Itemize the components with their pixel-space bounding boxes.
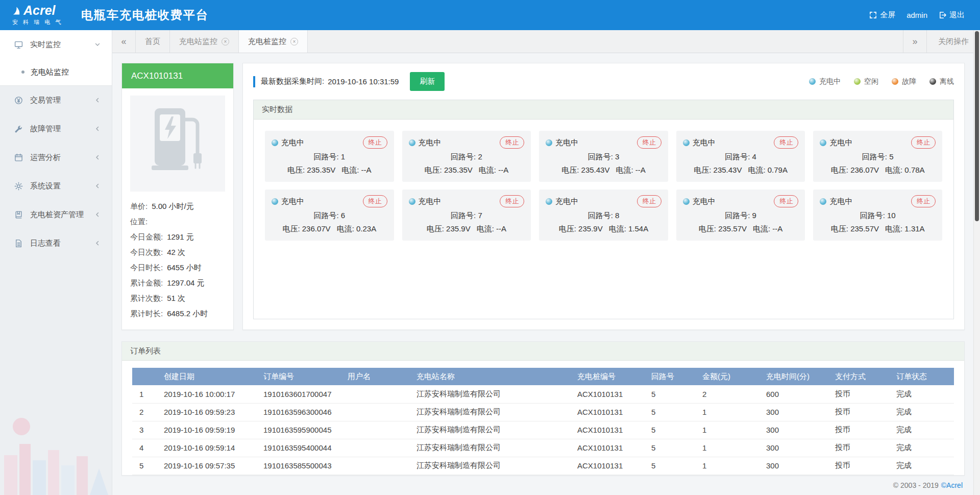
status-dot-icon xyxy=(929,78,936,85)
menu-label: 运营分析 xyxy=(30,153,94,162)
stop-button[interactable]: 终止 xyxy=(363,136,387,149)
copyright-text: © 2003 - 2019 xyxy=(893,481,939,489)
sidebar-menu: 实时监控充电站监控交易管理故障管理运营分析系统设置充电桩资产管理日志查看 xyxy=(0,30,112,257)
stat-value: 6485.2 小时 xyxy=(167,306,208,321)
table-row[interactable]: 42019-10-16 09:59:141910163595400044江苏安科… xyxy=(132,439,954,457)
logout-button[interactable]: 退出 xyxy=(939,10,965,20)
chevron-left-icon xyxy=(94,126,101,132)
cell xyxy=(340,439,409,457)
channel-values: 电压: 235.9V电流: 1.54A xyxy=(546,224,662,234)
column-header-5: 充电桩编号 xyxy=(570,368,644,385)
status-dot-icon xyxy=(546,198,552,205)
channel-current: 电流: --A xyxy=(479,166,508,174)
channel-status: 充电中 xyxy=(272,197,304,206)
stop-button[interactable]: 终止 xyxy=(774,195,798,207)
channel-current: 电流: --A xyxy=(341,166,371,174)
legend-item: 故障 xyxy=(892,77,916,86)
footer: © 2003 - 2019 ©Acrel xyxy=(121,476,965,495)
channel-status-label: 充电中 xyxy=(281,138,304,148)
cell: 完成 xyxy=(889,403,954,421)
stat-label: 今日次数: xyxy=(130,245,163,260)
close-operations-button[interactable]: 关闭操作 xyxy=(926,30,980,53)
sidebar-item-6[interactable]: 充电桩资产管理 xyxy=(0,200,112,229)
brand-subtitle: 安 科 瑞 电 气 xyxy=(12,18,63,26)
stop-button[interactable]: 终止 xyxy=(637,136,662,149)
refresh-button[interactable]: 刷新 xyxy=(410,72,445,91)
status-dot-icon xyxy=(809,78,816,85)
table-row[interactable]: 12019-10-16 10:00:171910163601700047江苏安科… xyxy=(132,385,954,403)
channel-grid: 充电中终止回路号: 1电压: 235.35V电流: --A充电中终止回路号: 2… xyxy=(254,120,953,252)
sidebar-item-4[interactable]: 运营分析 xyxy=(0,143,112,172)
tab-label: 充电桩监控 xyxy=(248,37,286,46)
channel-card-5: 充电中终止回路号: 5电压: 236.07V电流: 0.78A xyxy=(813,131,942,182)
stat-row: 累计金额:1297.04 元 xyxy=(130,275,225,291)
channel-card-4: 充电中终止回路号: 4电压: 235.43V电流: 0.79A xyxy=(676,131,805,182)
stop-button[interactable]: 终止 xyxy=(637,195,662,207)
channel-circuit: 回路号: 4 xyxy=(683,152,799,162)
tabs-scroll-right-button[interactable]: » xyxy=(903,30,926,53)
channel-status-label: 充电中 xyxy=(693,197,716,206)
stat-row: 累计次数:51 次 xyxy=(130,291,225,306)
channel-voltage: 电压: 235.57V xyxy=(699,224,747,233)
footer-brand-link[interactable]: ©Acrel xyxy=(941,481,963,489)
stat-value: 6455 小时 xyxy=(167,260,202,275)
stat-value: 1297.04 元 xyxy=(167,275,204,291)
table-row[interactable]: 22019-10-16 09:59:231910163596300046江苏安科… xyxy=(132,403,954,421)
table-row[interactable]: 32019-10-16 09:59:191910163595900045江苏安科… xyxy=(132,421,954,439)
sidebar-item-7[interactable]: 日志查看 xyxy=(0,229,112,257)
channel-header: 充电中终止 xyxy=(683,136,799,149)
settings-icon xyxy=(14,181,23,191)
legend-label: 充电中 xyxy=(819,77,841,86)
legend-item: 离线 xyxy=(929,77,954,86)
channel-circuit: 回路号: 6 xyxy=(272,211,387,221)
submenu: 充电站监控 xyxy=(0,59,112,86)
cell: 投币 xyxy=(828,385,889,403)
stop-button[interactable]: 终止 xyxy=(774,136,798,149)
channel-voltage: 电压: 235.57V xyxy=(831,224,879,233)
cell: 2019-10-16 10:00:17 xyxy=(157,385,256,403)
channel-current: 电流: --A xyxy=(753,224,782,233)
sidebar-item-5[interactable]: 系统设置 xyxy=(0,172,112,200)
vertical-scrollbar[interactable] xyxy=(973,30,980,495)
stop-button[interactable]: 终止 xyxy=(500,195,524,207)
channel-values: 电压: 236.07V电流: 0.23A xyxy=(272,224,387,234)
channel-values: 电压: 235.35V电流: --A xyxy=(409,166,525,175)
tab-close-icon[interactable]: × xyxy=(222,38,229,45)
chevron-left-icon xyxy=(94,154,101,160)
tab-1[interactable]: 首页 xyxy=(136,30,170,53)
channel-header: 充电中终止 xyxy=(409,136,525,149)
tab-2[interactable]: 充电站监控× xyxy=(170,30,239,53)
table-row[interactable]: 52019-10-16 09:57:351910163585500043江苏安科… xyxy=(132,457,954,475)
channel-status: 充电中 xyxy=(546,138,578,148)
sidebar-subitem[interactable]: 充电站监控 xyxy=(0,59,112,85)
channel-header: 充电中终止 xyxy=(546,195,662,207)
fullscreen-button[interactable]: 全屏 xyxy=(869,10,895,20)
scrollbar-thumb[interactable] xyxy=(975,31,979,221)
fullscreen-label: 全屏 xyxy=(880,10,895,20)
channel-current: 电流: --A xyxy=(477,224,506,233)
cell: 江苏安科瑞制造有限公司 xyxy=(409,439,570,457)
stat-value: 51 次 xyxy=(167,291,185,306)
cell: ACX1010131 xyxy=(570,385,644,403)
stop-button[interactable]: 终止 xyxy=(911,195,936,207)
channel-current: 电流: 1.54A xyxy=(609,224,649,233)
tab-close-icon[interactable]: × xyxy=(290,38,298,45)
user-menu[interactable]: admin xyxy=(906,11,927,19)
stop-button[interactable]: 终止 xyxy=(911,136,936,149)
cell: 2019-10-16 09:57:35 xyxy=(157,457,256,475)
sidebar-item-3[interactable]: 故障管理 xyxy=(0,114,112,143)
tabs-scroll-left-button[interactable]: « xyxy=(112,30,136,53)
channel-circuit: 回路号: 3 xyxy=(546,152,662,162)
menu-label: 充电桩资产管理 xyxy=(30,210,94,220)
sidebar-item-2[interactable]: 交易管理 xyxy=(0,86,112,114)
menu-label: 交易管理 xyxy=(30,96,94,105)
cell: 1910163601700047 xyxy=(256,385,340,403)
channel-header: 充电中终止 xyxy=(409,195,525,207)
cell: 1 xyxy=(695,457,759,475)
sidebar-item-1[interactable]: 实时监控 xyxy=(0,30,112,59)
column-header-6: 回路号 xyxy=(644,368,695,385)
stop-button[interactable]: 终止 xyxy=(500,136,524,149)
stop-button[interactable]: 终止 xyxy=(363,195,387,207)
tab-3[interactable]: 充电桩监控× xyxy=(239,30,308,53)
stat-row: 单价:5.00 小时/元 xyxy=(130,199,225,214)
